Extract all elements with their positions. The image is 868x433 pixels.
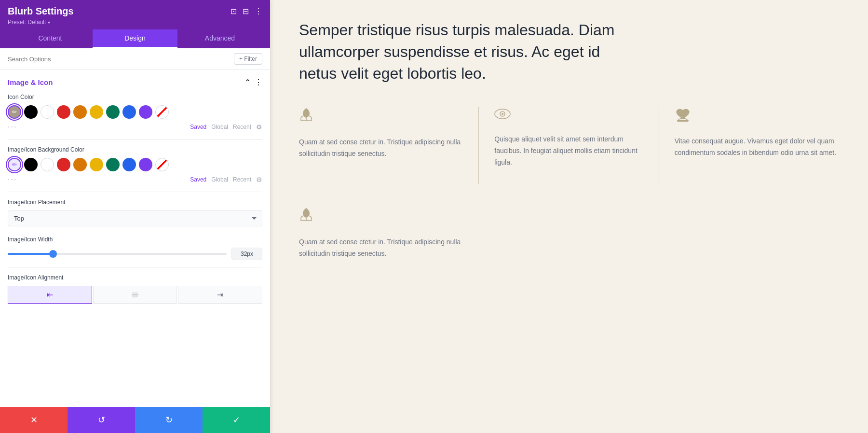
meta-links: Saved Global Recent ⚙ <box>190 123 262 131</box>
section-more-icon[interactable]: ⋮ <box>255 78 262 87</box>
bg-dots-button[interactable]: ··· <box>8 175 17 184</box>
blurb-text-3: Vitae consequat augue. Vivamus eget dolo… <box>675 136 839 159</box>
redo-icon: ↻ <box>165 415 173 425</box>
bg-recent-link[interactable]: Recent <box>233 176 251 183</box>
blurb-text-2: Quisque aliquet velit sit amet sem inter… <box>494 134 643 168</box>
bg-color-meta: ··· Saved Global Recent ⚙ <box>8 175 262 184</box>
icon-color-block: 1 Icon Color ✏ ··· Sa <box>8 94 262 131</box>
bg-swatch-white[interactable] <box>41 158 54 171</box>
more-icon[interactable]: ⋮ <box>255 7 262 16</box>
placement-select[interactable]: Top Left Right Bottom <box>8 210 262 226</box>
align-center-button[interactable] <box>93 286 177 304</box>
divider-1 <box>8 139 262 140</box>
bg-edit-icon: ✏ <box>12 161 17 168</box>
bg-swatch-red[interactable] <box>57 158 70 171</box>
blurb-text-1: Quam at sed conse ctetur in. Tristique a… <box>299 137 463 160</box>
save-icon: ✓ <box>233 415 240 425</box>
bg-swatch-yellow[interactable] <box>90 158 103 171</box>
width-block: 2 Image/Icon Width 32px <box>8 236 262 260</box>
color-swatch-orange[interactable] <box>73 105 87 119</box>
color-swatch-red[interactable] <box>57 105 70 119</box>
bg-swatch-purple[interactable] <box>139 158 152 171</box>
section-header: Image & Icon ⌃ ⋮ <box>8 78 262 87</box>
panel-preset[interactable]: Preset: Default ▾ <box>8 19 262 26</box>
collapse-icon[interactable]: ⊟ <box>243 7 249 16</box>
tab-content[interactable]: Content <box>8 29 93 48</box>
filter-button[interactable]: + Filter <box>234 53 262 65</box>
section-title: Image & Icon <box>8 78 53 86</box>
cancel-button[interactable]: ✕ <box>0 407 68 433</box>
bg-saved-link[interactable]: Saved <box>190 176 206 183</box>
bg-color-block: Image/Icon Background Color ✏ ··· Saved <box>8 146 262 184</box>
search-bar: + Filter <box>0 48 270 70</box>
search-input[interactable] <box>8 56 234 63</box>
bg-swatch-transparent[interactable] <box>155 158 169 171</box>
header-icons: ⊡ ⊟ ⋮ <box>231 7 262 16</box>
svg-point-5 <box>502 113 503 115</box>
blurb-item-4: Quam at sed conse ctetur in. Tristique a… <box>299 199 479 260</box>
dots-button[interactable]: ··· <box>8 123 17 131</box>
resize-icon[interactable]: ⊡ <box>231 7 237 16</box>
divider-2 <box>8 192 262 192</box>
alignment-block: 3 Image/Icon Alignment ⇤ <box>8 274 262 304</box>
undo-icon: ↺ <box>98 415 105 425</box>
placement-label: Image/Icon Placement <box>8 199 262 206</box>
color-swatch-purple[interactable] <box>139 105 152 119</box>
bg-swatch-green[interactable] <box>106 158 120 171</box>
preset-arrow: ▾ <box>48 20 50 25</box>
panel-body: Image & Icon ⌃ ⋮ 1 Icon Color ✏ <box>0 70 270 407</box>
color-swatch-yellow[interactable] <box>90 105 103 119</box>
align-left-button[interactable]: ⇤ <box>8 286 92 304</box>
blurb-icon-3 <box>675 107 839 126</box>
tab-design[interactable]: Design <box>93 29 177 48</box>
svg-rect-6 <box>677 120 689 122</box>
icon-color-meta: ··· Saved Global Recent ⚙ <box>8 123 262 131</box>
tab-advanced[interactable]: Advanced <box>177 29 262 48</box>
content-area: Semper tristique risus turpis malesuada.… <box>270 0 868 433</box>
slider-thumb[interactable] <box>49 250 57 258</box>
color-swatch-white[interactable] <box>41 105 54 119</box>
edit-icon: ✏ <box>12 109 17 115</box>
align-right-icon: ⇥ <box>217 290 223 299</box>
bg-meta-links: Saved Global Recent ⚙ <box>190 176 262 183</box>
color-swatch-blue[interactable] <box>122 105 136 119</box>
divider-3 <box>8 267 262 267</box>
bg-gear-icon[interactable]: ⚙ <box>256 176 262 183</box>
save-button[interactable]: ✓ <box>203 407 270 433</box>
blurb-item-1: Quam at sed conse ctetur in. Tristique a… <box>299 107 479 183</box>
undo-button[interactable]: ↺ <box>68 407 135 433</box>
bg-color-label: Image/Icon Background Color <box>8 146 262 153</box>
bg-color-row: ✏ <box>8 158 262 171</box>
global-link[interactable]: Global <box>211 124 228 130</box>
bg-swatch-black[interactable] <box>24 158 38 171</box>
recent-link[interactable]: Recent <box>233 124 251 130</box>
blurb-item-2: Quisque aliquet velit sit amet sem inter… <box>479 107 659 183</box>
collapse-section-icon[interactable]: ⌃ <box>244 78 251 87</box>
blurb-row2: Quam at sed conse ctetur in. Tristique a… <box>299 199 839 260</box>
gear-icon[interactable]: ⚙ <box>256 123 262 131</box>
bg-global-link[interactable]: Global <box>211 176 228 183</box>
alignment-label: Image/Icon Alignment <box>8 274 262 281</box>
color-swatch-custom[interactable]: ✏ <box>8 105 21 119</box>
blurb-grid: Quam at sed conse ctetur in. Tristique a… <box>299 107 839 183</box>
bg-swatch-blue[interactable] <box>122 158 136 171</box>
align-right-button[interactable]: ⇥ <box>178 286 262 304</box>
placement-block: Image/Icon Placement Top Left Right Bott… <box>8 199 262 226</box>
icon-color-row: ✏ <box>8 105 262 119</box>
section-header-icons: ⌃ ⋮ <box>244 78 262 87</box>
bg-swatch-orange[interactable] <box>73 158 87 171</box>
redo-button[interactable]: ↻ <box>135 407 203 433</box>
bg-swatch-custom[interactable]: ✏ <box>8 158 21 171</box>
width-slider-row: 32px <box>8 248 262 260</box>
slider-fill <box>8 253 52 255</box>
alignment-buttons: ⇤ ⇥ <box>8 286 262 304</box>
color-swatch-green[interactable] <box>106 105 120 119</box>
blurb-icon-1 <box>299 107 463 127</box>
panel-header: Blurb Settings ⊡ ⊟ ⋮ Preset: Default ▾ C… <box>0 0 270 48</box>
content-heading: Semper tristique risus turpis malesuada.… <box>299 19 637 84</box>
saved-link[interactable]: Saved <box>190 124 206 130</box>
color-swatch-transparent[interactable] <box>155 105 169 119</box>
slider-track <box>8 253 227 255</box>
color-swatch-black[interactable] <box>24 105 38 119</box>
slider-value[interactable]: 32px <box>231 248 262 260</box>
